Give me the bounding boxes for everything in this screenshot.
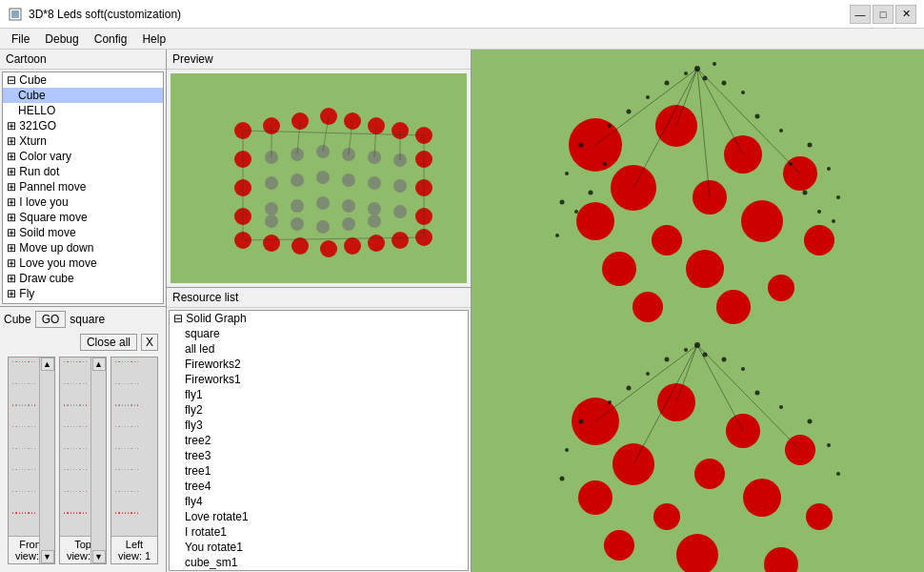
resource-tree-item[interactable]: ⊟ Solid Graph (170, 311, 468, 326)
cartoon-tree-item[interactable]: Cube (3, 88, 163, 103)
title-bar: 3D*8 Leds soft(customization) — □ ✕ (0, 0, 924, 29)
go-button[interactable]: GO (35, 311, 67, 328)
menu-debug[interactable]: Debug (37, 31, 86, 48)
resource-tree-item[interactable]: Fireworks1 (170, 372, 468, 387)
resource-tree-item[interactable]: square (170, 326, 468, 341)
led-dot (128, 512, 129, 513)
cartoon-tree-item[interactable]: ⊞ Run dot (3, 164, 163, 179)
led-dot (73, 469, 74, 470)
cartoon-tree-item[interactable]: ⊞ Color vary (3, 149, 163, 164)
preview-header: Preview (167, 50, 471, 70)
resource-tree-item[interactable]: I rotate1 (170, 524, 468, 540)
cartoon-tree-item[interactable]: ⊞ Xturn (3, 133, 163, 149)
led-dot (122, 426, 123, 427)
cartoon-tree[interactable]: ⊟ CubeCubeHELLO⊞ 321GO⊞ Xturn⊞ Color var… (2, 72, 164, 304)
maximize-button[interactable]: □ (873, 5, 894, 24)
cartoon-tree-item[interactable]: ⊞ I love you (3, 194, 163, 210)
svg-point-88 (836, 195, 840, 199)
led-dot (22, 426, 23, 427)
app-icon (8, 7, 23, 22)
cartoon-tree-item[interactable]: ⊞ Square move (3, 210, 163, 225)
cartoon-tree-item[interactable]: HELLO (3, 103, 163, 118)
cartoon-tree-item[interactable]: ⊞ Move up down (3, 240, 163, 255)
resource-tree-item[interactable]: tree2 (170, 433, 468, 448)
close-all-button[interactable]: Close all (80, 334, 137, 351)
led-dot (79, 361, 80, 362)
led-dot (22, 361, 23, 362)
svg-point-79 (741, 91, 745, 94)
led-dot (64, 383, 65, 384)
resource-tree-item[interactable]: You rotate1 (170, 540, 468, 555)
led-dot (22, 469, 23, 470)
top-scrollbar[interactable]: ▲ ▼ (90, 358, 106, 563)
resource-tree-item[interactable]: fly4 (170, 494, 468, 509)
title-controls[interactable]: — □ ✕ (850, 5, 916, 24)
cartoon-tree-item[interactable]: ⊞ Pannel move (3, 179, 163, 194)
resource-tree-item[interactable]: cube_sm1 (170, 555, 468, 570)
top-scroll-up[interactable]: ▲ (92, 358, 106, 371)
menu-config[interactable]: Config (87, 31, 135, 48)
resource-tree-item[interactable]: fly2 (170, 402, 468, 418)
led-dot (64, 361, 65, 362)
middle-panel: Preview (167, 50, 472, 572)
svg-point-78 (646, 95, 650, 99)
top-scroll-down[interactable]: ▼ (92, 550, 106, 563)
menu-file[interactable]: File (4, 31, 37, 48)
led-dot (128, 361, 129, 362)
led-dot (19, 383, 20, 384)
led-dot (34, 491, 35, 492)
resource-tree-item[interactable]: tree1 (170, 463, 468, 479)
led-dot (122, 361, 123, 362)
led-dot (19, 426, 20, 427)
resource-tree-item[interactable]: fly1 (170, 387, 468, 402)
svg-point-32 (316, 171, 330, 184)
top-view-box: ▲ ▼ Top view: 1 (59, 357, 107, 564)
led-dot (122, 448, 123, 449)
led-dot (137, 491, 138, 492)
resource-tree-item[interactable]: fly3 (170, 418, 468, 433)
svg-point-90 (832, 219, 835, 223)
cartoon-tree-item[interactable]: ⊞ Love you move (3, 255, 163, 271)
resource-tree-item[interactable]: Love rotate1 (170, 509, 468, 524)
cartoon-tree-item[interactable]: ⊞ Soild move (3, 225, 163, 240)
cartoon-tree-item[interactable]: ⊞ 321GO (3, 118, 163, 133)
led-dot (31, 404, 32, 405)
led-dot (67, 426, 68, 427)
led-dot (25, 512, 26, 513)
resource-tree[interactable]: ⊟ Solid Graphsquareall ledFireworks2Fire… (169, 310, 469, 571)
cartoon-tree-item[interactable]: ⊟ Cube (3, 72, 163, 88)
led-dot (128, 383, 129, 384)
svg-point-89 (560, 200, 565, 205)
x-button[interactable]: X (141, 334, 158, 351)
close-button[interactable]: ✕ (895, 5, 916, 24)
front-scrollbar[interactable]: ▲ ▼ (39, 358, 54, 563)
led-dot (15, 426, 16, 427)
led-dot (86, 448, 87, 449)
resource-tree-item[interactable]: tree4 (170, 479, 468, 494)
front-scroll-up[interactable]: ▲ (41, 358, 54, 371)
cartoon-tree-item[interactable]: ⊞ Draw cube (3, 271, 163, 286)
front-scroll-down[interactable]: ▼ (41, 550, 54, 563)
resource-tree-item[interactable]: all led (170, 341, 468, 357)
menu-help[interactable]: Help (134, 31, 173, 48)
resource-tree-item[interactable]: Fireworks2 (170, 357, 468, 372)
svg-point-92 (603, 162, 607, 166)
resource-tree-item[interactable]: tree3 (170, 448, 468, 463)
led-dot (28, 404, 29, 405)
led-dot (134, 448, 135, 449)
led-dot (67, 512, 68, 513)
led-dot (70, 448, 71, 449)
svg-point-46 (368, 214, 381, 228)
svg-point-68 (602, 252, 636, 286)
led-dot (31, 512, 32, 513)
cartoon-tree-item[interactable]: ⊞ Fly (3, 286, 163, 301)
led-dot (79, 512, 80, 513)
minimize-button[interactable]: — (850, 5, 871, 24)
led-dot (125, 383, 126, 384)
led-dot (83, 426, 84, 427)
led-dot (134, 383, 135, 384)
svg-point-111 (743, 479, 781, 517)
led-dot (22, 383, 23, 384)
led-dot (70, 469, 71, 470)
cartoon-tree-item[interactable]: ⊞ Move 3D8 (3, 301, 163, 304)
